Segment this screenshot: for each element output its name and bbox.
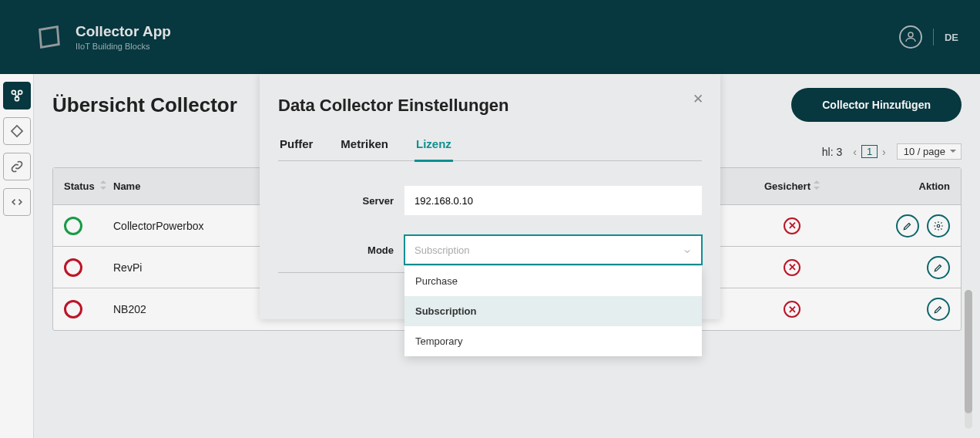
tab-metrics[interactable]: Metriken xyxy=(339,137,390,160)
chevron-down-icon xyxy=(683,247,692,258)
server-label: Server xyxy=(278,195,394,207)
mode-option-subscription[interactable]: Subscription xyxy=(404,296,702,326)
close-icon[interactable]: ✕ xyxy=(693,91,703,107)
tab-license[interactable]: Lizenz xyxy=(414,137,453,162)
mode-placeholder: Subscription xyxy=(414,244,470,256)
mode-label: Mode xyxy=(278,244,394,256)
settings-modal: ✕ Data Collector Einstellungen Puffer Me… xyxy=(260,74,720,319)
mode-select[interactable]: Subscription Purchase Subscription Tempo… xyxy=(404,235,702,264)
modal-title: Data Collector Einstellungen xyxy=(278,96,702,116)
tab-buffer[interactable]: Puffer xyxy=(278,137,314,160)
mode-option-purchase[interactable]: Purchase xyxy=(404,266,702,296)
mode-dropdown: Purchase Subscription Temporary xyxy=(404,266,702,356)
modal-tabs: Puffer Metriken Lizenz xyxy=(278,137,702,161)
mode-option-temporary[interactable]: Temporary xyxy=(404,326,702,356)
server-input[interactable] xyxy=(404,186,702,215)
